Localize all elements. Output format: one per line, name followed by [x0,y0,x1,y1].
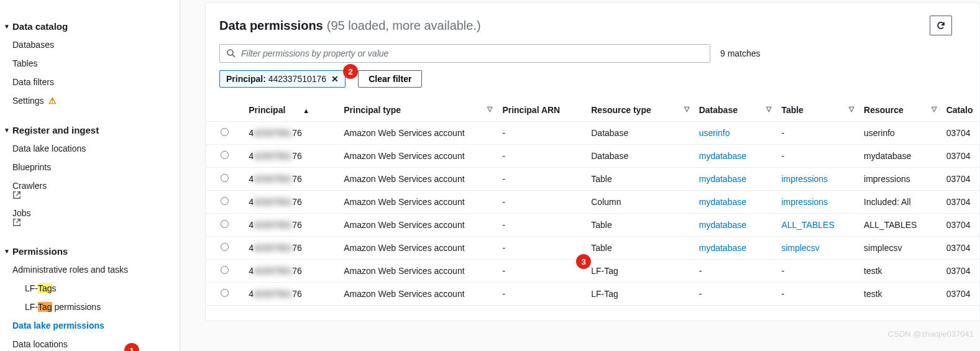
col-header-resource-type[interactable]: Resource type▽ [586,99,694,122]
nav-label-pre: LF- [25,283,38,293]
col-header-table[interactable]: Table▽ [776,99,859,122]
cell-catalog: 03704 [941,214,979,237]
col-header-database[interactable]: Database▽ [694,99,777,122]
permissions-table-wrap: Principal▲ Principal type▽ Principal ARN… [206,99,979,321]
cell-resource-type: Table [586,168,694,191]
cell-resource-type: Table [586,214,694,237]
cell-principal: 44233750176 [244,237,339,260]
table-row: 44233750176Amazon Web Services account-L… [206,283,979,306]
cell-principal-arn: - [497,283,586,306]
filter-chip-principal[interactable]: Principal: 442337510176 ✕ [219,70,346,88]
caret-down-icon: ▼ [4,23,11,30]
cell-principal-type: Amazon Web Services account [339,283,497,306]
cell-catalog: 03704 [941,122,979,145]
cell-table: - [776,122,859,145]
cell-database[interactable]: userinfo [694,122,777,145]
cell-database[interactable]: mydatabase [694,214,777,237]
table-row: 44233750176Amazon Web Services account-C… [206,191,979,214]
sidebar-item-crawlers[interactable]: Crawlers [0,176,180,204]
nav-label: Jobs [12,208,31,218]
cell-principal: 44233750176 [244,260,339,283]
nav-group: ▼ Permissions Administrative roles and t… [0,242,180,351]
cell-table: - [776,145,859,168]
sidebar-item-admin-roles-tasks[interactable]: Administrative roles and tasks [0,260,180,279]
search-icon [226,48,236,58]
sidebar-item-databases[interactable]: Databases [0,35,180,54]
cell-table: - [776,283,859,306]
table-row: 44233750176Amazon Web Services account-D… [206,145,979,168]
sidebar-item-lf-tag-permissions[interactable]: LF-Tag permissions [0,298,180,316]
cell-principal: 44233750176 [244,145,339,168]
col-header-principal-type[interactable]: Principal type▽ [339,99,497,122]
sidebar-item-blueprints[interactable]: Blueprints [0,158,180,176]
external-link-icon [12,191,172,199]
cell-table: - [776,260,859,283]
nav-group: ▼ Data catalog Databases Tables Data fil… [0,17,180,110]
cell-principal-type: Amazon Web Services account [339,145,497,168]
cell-principal-arn: - [497,122,586,145]
search-input[interactable] [241,48,703,58]
row-radio[interactable] [221,243,229,251]
row-radio[interactable] [221,266,229,274]
svg-line-1 [232,55,235,57]
sidebar-item-tables[interactable]: Tables [0,54,180,73]
row-radio[interactable] [221,128,229,136]
row-radio[interactable] [221,197,229,205]
external-link-icon [12,218,172,227]
nav-group-header-permissions[interactable]: ▼ Permissions [0,242,180,260]
cell-principal-arn: - [497,191,586,214]
nav-group-label: Register and ingest [12,125,99,135]
cell-table[interactable]: impressions [776,191,859,214]
col-header-catalog[interactable]: Catalo [941,99,979,122]
table-row: 44233750176Amazon Web Services account-T… [206,214,979,237]
sidebar-item-settings[interactable]: Settings ⚠ [0,91,180,110]
cell-database[interactable]: mydatabase [694,145,777,168]
cell-principal-type: Amazon Web Services account [339,214,497,237]
caret-down-icon: ▼ [4,127,11,134]
cell-database[interactable]: mydatabase [694,237,777,260]
cell-table[interactable]: simplecsv [776,237,859,260]
cell-catalog: 03704 [941,168,979,191]
refresh-button[interactable] [930,16,952,35]
clear-filter-button[interactable]: Clear filter [358,70,422,88]
sidebar-item-jobs[interactable]: Jobs [0,204,180,231]
nav-label-pre: LF- [25,302,38,312]
sidebar-item-data-filters[interactable]: Data filters [0,73,180,91]
annotation-3: 3 [576,254,591,269]
cell-principal: 44233750176 [244,214,339,237]
cell-principal: 44233750176 [244,122,339,145]
cell-database: - [694,283,777,306]
cell-resource-type: Database [586,145,694,168]
page-subtitle: (95 loaded, more available.) [327,19,481,33]
cell-table[interactable]: impressions [776,168,859,191]
cell-resource-type: LF-Tag [586,283,694,306]
permissions-panel: Data permissions (95 loaded, more availa… [205,2,980,321]
cell-catalog: 03704 [941,260,979,283]
cell-catalog: 03704 [941,191,979,214]
close-icon[interactable]: ✕ [331,74,339,84]
row-radio[interactable] [221,174,229,182]
row-radio[interactable] [221,220,229,228]
sidebar-item-data-locations[interactable]: Data locations [0,335,180,351]
cell-principal-arn: - [497,214,586,237]
sidebar-item-data-lake-locations[interactable]: Data lake locations [0,139,180,158]
cell-resource-type: Column [586,191,694,214]
cell-catalog: 03704 [941,237,979,260]
nav-group-header-register-and-ingest[interactable]: ▼ Register and ingest [0,121,180,139]
nav-group-header-data-catalog[interactable]: ▼ Data catalog [0,17,180,35]
sidebar-item-lf-tags[interactable]: LF-Tags [0,279,180,298]
page-title: Data permissions [219,19,323,33]
cell-table[interactable]: ALL_TABLES [776,214,859,237]
search-input-wrapper[interactable] [219,44,710,63]
sidebar-item-data-lake-permissions[interactable]: Data lake permissions [0,316,180,335]
cell-database[interactable]: mydatabase [694,191,777,214]
cell-principal-arn: - [497,260,586,283]
col-header-resource[interactable]: Resource▽ [859,99,941,122]
cell-database[interactable]: mydatabase [694,168,777,191]
col-header-principal[interactable]: Principal▲ [244,99,339,122]
nav-group-label: Permissions [12,246,68,257]
main-content: Data permissions (95 loaded, more availa… [180,0,980,351]
col-header-principal-arn[interactable]: Principal ARN [497,99,586,122]
row-radio[interactable] [221,151,229,159]
row-radio[interactable] [221,289,229,297]
